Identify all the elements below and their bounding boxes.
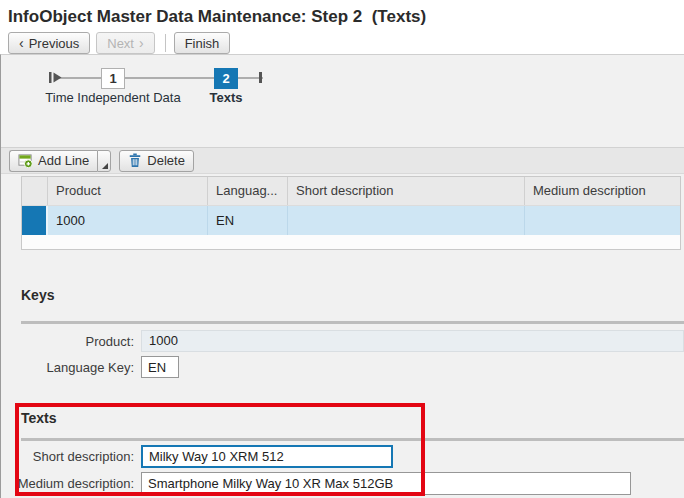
- chevron-left-icon: ‹: [19, 36, 24, 50]
- chevron-right-icon: ›: [139, 36, 144, 50]
- medium-description-input[interactable]: [141, 472, 631, 495]
- previous-button[interactable]: ‹ Previous: [8, 32, 90, 54]
- row-cell-short-description[interactable]: [288, 206, 525, 235]
- add-line-icon: [18, 153, 33, 168]
- wizard-nav-toolbar: ‹ Previous Next › Finish: [8, 32, 684, 54]
- column-header-selector[interactable]: [22, 177, 48, 205]
- add-line-button-label: Add Line: [38, 153, 89, 168]
- add-line-button[interactable]: Add Line: [9, 150, 97, 172]
- medium-description-form-row: Medium description:: [1, 472, 684, 495]
- product-readonly-field: 1000: [141, 330, 684, 352]
- row-selector-cell[interactable]: [22, 206, 48, 235]
- roadmap-start-icon: [49, 71, 63, 84]
- texts-table: Product Languag... Short description Med…: [21, 176, 681, 250]
- short-description-form-row: Short description:: [1, 445, 684, 468]
- column-header-medium-description[interactable]: Medium description: [525, 177, 680, 205]
- next-button-label: Next: [107, 36, 134, 51]
- header: InfoObject Master Data Maintenance: Step…: [0, 0, 684, 54]
- short-description-input[interactable]: [141, 445, 393, 468]
- language-key-input[interactable]: [141, 356, 179, 378]
- column-header-product[interactable]: Product: [48, 177, 208, 205]
- product-form-row: Product: 1000: [1, 330, 684, 352]
- next-button[interactable]: Next ›: [96, 32, 154, 54]
- column-header-short-description[interactable]: Short description: [288, 177, 525, 205]
- row-cell-language[interactable]: EN: [208, 206, 288, 235]
- table-row: 1000 EN: [22, 205, 680, 235]
- roadmap-step-1-label: Time Independent Data: [33, 90, 193, 105]
- short-description-label: Short description:: [1, 449, 134, 464]
- trash-icon: [128, 153, 142, 168]
- app-window: InfoObject Master Data Maintenance: Step…: [0, 0, 684, 498]
- roadmap-end-icon: [259, 72, 262, 83]
- content-area: 1 Time Independent Data 2 Texts Add Line: [0, 54, 684, 498]
- roadmap-step-1[interactable]: 1: [101, 68, 125, 89]
- roadmap-step-2[interactable]: 2: [214, 68, 238, 89]
- delete-button[interactable]: Delete: [119, 150, 194, 172]
- add-line-dropdown-button[interactable]: [97, 150, 111, 172]
- row-cell-product[interactable]: 1000: [48, 206, 208, 235]
- texts-section-title: Texts: [21, 410, 57, 426]
- row-cell-medium-description[interactable]: [525, 206, 680, 235]
- dropdown-corner-icon: [102, 163, 108, 169]
- texts-section-divider: [21, 438, 684, 441]
- table-empty-area: [22, 235, 680, 249]
- page-title: InfoObject Master Data Maintenance: Step…: [0, 0, 684, 27]
- table-toolbar: Add Line Delete: [1, 147, 684, 174]
- language-key-label: Language Key:: [1, 360, 134, 375]
- delete-button-label: Delete: [147, 153, 185, 168]
- finish-button[interactable]: Finish: [174, 32, 231, 54]
- roadmap-step-2-label: Texts: [191, 90, 261, 105]
- table-header-row: Product Languag... Short description Med…: [22, 177, 680, 205]
- keys-section-title: Keys: [21, 287, 54, 303]
- product-label: Product:: [1, 334, 134, 349]
- language-key-form-row: Language Key:: [1, 356, 684, 378]
- finish-button-label: Finish: [185, 36, 220, 51]
- column-header-language[interactable]: Languag...: [208, 177, 288, 205]
- keys-section-divider: [21, 321, 684, 324]
- medium-description-label: Medium description:: [1, 476, 134, 491]
- previous-button-label: Previous: [29, 36, 80, 51]
- toolbar-separator: [165, 34, 166, 52]
